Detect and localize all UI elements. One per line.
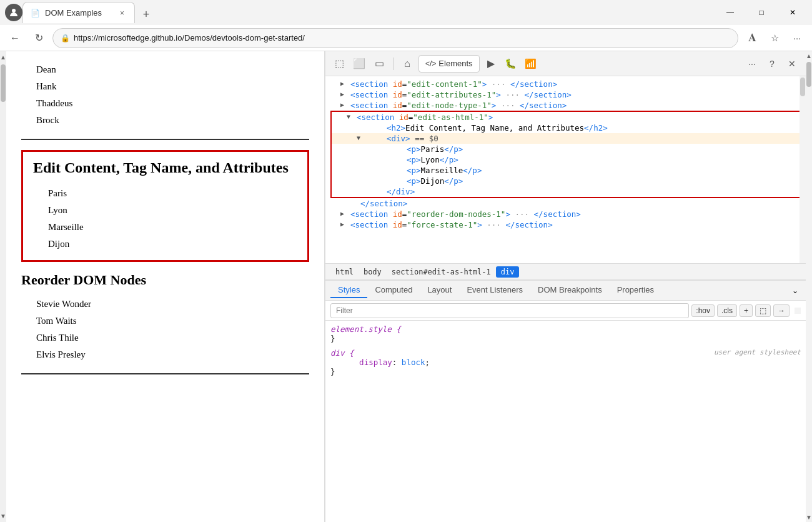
dom-arrow: ▶ <box>340 91 350 98</box>
inspect-button[interactable]: ⬚ <box>330 55 348 73</box>
title-bar-left <box>5 4 22 21</box>
breadcrumb-bar: html body section#edit-as-html-1 div <box>325 264 806 280</box>
breadcrumb-html[interactable]: html <box>330 266 359 278</box>
dom-content: <p>Dijon</p> <box>407 176 795 186</box>
dom-content: <p>Marseille</p> <box>407 166 795 175</box>
read-aloud-button[interactable]: 𝐀 <box>742 28 762 48</box>
devtools-toolbar: ⬚ ⬜ ▭ ⌂ </> Elements ▶ 🐛 📶 ··· ? ✕ <box>325 51 806 76</box>
close-devtools-button[interactable]: ✕ <box>783 55 801 73</box>
tabs-chevron[interactable]: ⌄ <box>790 284 801 298</box>
more-tools-button[interactable]: ··· <box>743 55 761 73</box>
dom-line-2[interactable]: ▶ <section id="edit-attributes-1"> ··· <… <box>325 89 806 100</box>
dom-arrow: ▶ <box>340 210 350 217</box>
cls-button[interactable]: .cls <box>717 304 737 317</box>
style-selector-div: div { <box>330 348 354 358</box>
section-divider-2 <box>21 373 309 374</box>
dom-arrow: ▶ <box>340 80 350 87</box>
dom-scrollbar[interactable] <box>800 76 806 263</box>
right-scroll-thumb[interactable] <box>806 62 811 87</box>
dom-content: <p>Lyon</p> <box>407 155 795 164</box>
dom-line-selected[interactable]: ▼ <div> == $0 <box>332 133 800 144</box>
dom-arrow: ▶ <box>340 221 350 228</box>
right-scroll-down[interactable]: ▼ <box>806 514 812 521</box>
dom-arrow: ▶ <box>340 101 350 108</box>
list-item: Marseille <box>48 219 297 236</box>
home-button[interactable]: ⌂ <box>399 55 416 73</box>
tab-dom-breakpoints[interactable]: DOM Breakpoints <box>530 283 610 298</box>
dom-line-p3[interactable]: <p>Marseille</p> <box>332 165 800 176</box>
breadcrumb-div[interactable]: div <box>496 266 520 278</box>
device-button[interactable]: ⬜ <box>350 55 368 73</box>
elements-tab-button[interactable]: </> Elements <box>418 55 480 73</box>
right-scroll-up[interactable]: ▲ <box>806 53 812 59</box>
maximize-button[interactable]: □ <box>747 3 776 23</box>
dom-line-3[interactable]: ▶ <section id="edit-node-type-1"> ··· </… <box>325 100 806 111</box>
close-button[interactable]: ✕ <box>778 3 807 23</box>
tab-layout[interactable]: Layout <box>420 283 459 298</box>
toolbar-separator <box>393 58 394 70</box>
dom-content: <h2>Edit Content, Tag Name, and Attribut… <box>387 123 795 133</box>
list-item: Hank <box>36 78 309 95</box>
dom-line-p1[interactable]: <p>Paris</p> <box>332 144 800 154</box>
favorites-button[interactable]: ☆ <box>765 28 785 48</box>
tab-favicon: 📄 <box>31 9 40 18</box>
tab-event-listeners[interactable]: Event Listeners <box>459 283 530 298</box>
minimize-button[interactable]: — <box>716 3 745 23</box>
more-button[interactable]: ··· <box>787 28 807 48</box>
dom-line-5[interactable]: <h2>Edit Content, Tag Name, and Attribut… <box>332 123 800 133</box>
dom-line-div-close[interactable]: </div> <box>332 186 800 197</box>
right-scrollbar[interactable]: ▲ ▼ <box>806 51 812 522</box>
devtools-panel: ⬚ ⬜ ▭ ⌂ </> Elements ▶ 🐛 📶 ··· ? ✕ <box>325 51 806 522</box>
refresh-button[interactable]: ↻ <box>29 28 49 48</box>
add-style-button[interactable]: + <box>740 304 753 317</box>
dom-content: <section id="edit-attributes-1"> ··· </s… <box>350 90 801 99</box>
filter-input[interactable] <box>330 303 689 318</box>
more-style-button[interactable]: → <box>773 304 790 317</box>
address-bar[interactable]: 🔒 https://microsoftedge.github.io/Demos/… <box>52 28 738 48</box>
help-devtools-button[interactable]: ? <box>763 55 781 73</box>
navigation-bar: ← ↻ 🔒 https://microsoftedge.github.io/De… <box>0 25 812 51</box>
dom-line-reorder[interactable]: ▶ <section id="reorder-dom-nodes-1"> ···… <box>325 209 806 219</box>
dom-line-section-close[interactable]: </section> <box>325 198 806 209</box>
back-button[interactable]: ← <box>5 28 25 48</box>
webpage-content: Dean Hank Thaddeus Brock Edit Content, T… <box>6 51 325 522</box>
dom-scrollbar-thumb[interactable] <box>800 78 805 96</box>
style-brace: } <box>330 334 335 343</box>
hov-button[interactable]: :hov <box>691 304 715 317</box>
dom-line-4[interactable]: ▼ <section id="edit-as-html-1"> <box>332 112 800 123</box>
bugs-button[interactable]: 🐛 <box>502 55 520 73</box>
tab-close-button[interactable]: × <box>117 8 127 19</box>
scroll-thumb-area <box>1 62 6 511</box>
dom-line-1[interactable]: ▶ <section id="edit-content-1"> ··· </se… <box>325 79 806 89</box>
tab-properties[interactable]: Properties <box>610 283 661 298</box>
new-tab-button[interactable]: + <box>137 6 155 23</box>
breadcrumb-body[interactable]: body <box>359 266 387 278</box>
url-text: https://microsoftedge.github.io/Demos/de… <box>74 33 730 43</box>
dom-content: <section id="reorder-dom-nodes-1"> ··· <… <box>350 209 801 219</box>
tab-computed[interactable]: Computed <box>367 283 420 298</box>
left-scrollbar[interactable]: ▲ ▼ <box>0 51 6 522</box>
scroll-thumb[interactable] <box>1 64 6 102</box>
console-button[interactable]: ▶ <box>482 55 500 73</box>
dom-line-force-state[interactable]: ▶ <section id="force-state-1"> ··· </sec… <box>325 219 806 230</box>
tab-styles[interactable]: Styles <box>330 283 367 298</box>
active-tab[interactable]: 📄 DOM Examples × <box>22 2 135 23</box>
names-list: Dean Hank Thaddeus Brock <box>36 61 309 129</box>
breadcrumb-section[interactable]: section#edit-as-html-1 <box>387 266 496 278</box>
styles-scroll-up[interactable] <box>795 308 801 314</box>
style-property: display: block; <box>340 358 430 367</box>
dom-line-p2[interactable]: <p>Lyon</p> <box>332 154 800 165</box>
dom-tree[interactable]: ▶ <section id="edit-content-1"> ··· </se… <box>325 76 806 264</box>
list-item: Paris <box>48 185 297 202</box>
section2-heading: Reorder DOM Nodes <box>21 272 309 288</box>
dom-content: <p>Paris</p> <box>407 144 795 154</box>
list-item: Thaddeus <box>36 95 309 112</box>
sidebar-button[interactable]: ▭ <box>370 55 388 73</box>
network-button[interactable]: 📶 <box>522 55 540 73</box>
highlighted-section: Edit Content, Tag Name, and Attributes P… <box>21 150 309 262</box>
tab-title: DOM Examples <box>45 8 112 18</box>
dom-line-p4[interactable]: <p>Dijon</p> <box>332 176 800 186</box>
copy-style-button[interactable]: ⬚ <box>755 304 771 317</box>
nav-right-controls: 𝐀 ☆ ··· <box>742 28 807 48</box>
style-rule-div: div { user agent stylesheet display: blo… <box>330 348 801 376</box>
